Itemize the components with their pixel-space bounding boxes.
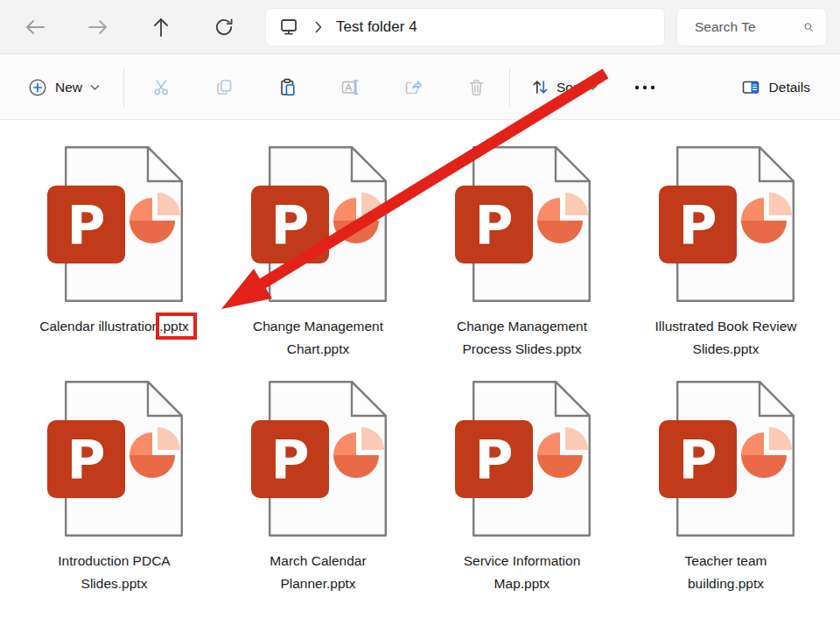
back-arrow-icon: [24, 18, 46, 37]
svg-text:P: P: [474, 429, 513, 490]
svg-text:P: P: [678, 429, 717, 490]
forward-arrow-icon: [87, 18, 109, 37]
file-name: Service InformationMap.pptx: [464, 550, 581, 595]
file-name: Introduction PDCASlides.pptx: [58, 550, 170, 595]
forward-button[interactable]: [80, 10, 116, 45]
powerpoint-file-icon: P: [46, 146, 183, 302]
powerpoint-file-icon: P: [658, 381, 794, 537]
toolbar-divider: [123, 68, 124, 107]
svg-text:P: P: [270, 194, 309, 256]
file-name: Teacher teambuilding.pptx: [685, 550, 767, 595]
file-name-text: Calendar illustration: [39, 319, 159, 334]
file-name-line: Slides.pptx: [655, 338, 797, 361]
cut-scissors-icon: [152, 78, 171, 96]
powerpoint-file-icon: P: [454, 381, 591, 537]
sort-button-label: Sort: [556, 80, 581, 95]
file-tile[interactable]: P Introduction PDCASlides.pptx: [12, 381, 216, 615]
up-button[interactable]: [144, 10, 178, 45]
file-name-line: Change Management: [253, 315, 383, 338]
details-button-label: Details: [769, 80, 810, 95]
files-grid: P Calendar illustration.pptx P Change Ma…: [12, 146, 828, 615]
powerpoint-file-icon: P: [250, 381, 387, 537]
copy-button[interactable]: [206, 70, 242, 105]
file-name-line: Introduction PDCA: [58, 550, 170, 572]
search-input[interactable]: [695, 19, 803, 35]
file-name-line: Illustrated Book Review: [655, 315, 797, 338]
ellipsis-icon: [634, 85, 655, 90]
search-box[interactable]: [676, 8, 827, 46]
refresh-button[interactable]: [206, 10, 242, 45]
share-button[interactable]: [396, 70, 430, 105]
sort-arrows-icon: [531, 78, 550, 96]
sort-button[interactable]: Sort: [522, 70, 606, 105]
search-icon[interactable]: [803, 18, 814, 36]
rename-button[interactable]: [332, 70, 368, 105]
file-name: March CalendarPlanner.pptx: [270, 550, 366, 595]
svg-text:P: P: [66, 194, 105, 256]
svg-text:P: P: [66, 429, 105, 490]
powerpoint-file-icon: P: [454, 146, 591, 302]
trash-icon: [467, 78, 486, 97]
file-name-line: Planner.pptx: [270, 572, 366, 595]
powerpoint-file-icon: P: [658, 146, 794, 302]
file-name: Calendar illustration.pptx: [39, 315, 189, 338]
file-name-line: Process Slides.pptx: [457, 338, 587, 361]
back-button[interactable]: [18, 10, 52, 45]
file-name: Change ManagementProcess Slides.pptx: [457, 315, 587, 361]
file-name-line: building.pptx: [685, 572, 767, 595]
details-button[interactable]: Details: [732, 70, 819, 105]
new-button-label: New: [55, 80, 82, 95]
cut-button[interactable]: [144, 70, 178, 105]
up-arrow-icon: [150, 16, 172, 39]
copy-icon: [215, 78, 234, 96]
navigation-bar: Test folder 4: [0, 0, 840, 54]
share-icon: [403, 78, 423, 96]
powerpoint-file-icon: P: [250, 146, 387, 302]
paste-clipboard-icon: [278, 78, 297, 96]
file-tile[interactable]: P Change ManagementChart.pptx: [216, 146, 420, 381]
file-explorer-window: Test folder 4 New: [0, 0, 840, 625]
command-toolbar: New: [0, 55, 840, 120]
refresh-icon: [214, 17, 234, 38]
new-button[interactable]: New: [19, 70, 108, 105]
sort-chevron-down-icon: [588, 84, 598, 91]
file-tile[interactable]: P Calendar illustration.pptx: [12, 146, 216, 381]
new-plus-icon: [28, 78, 47, 97]
annotation-highlight-box: .pptx: [159, 319, 189, 334]
file-name-line: Change Management: [457, 315, 587, 338]
file-tile[interactable]: P Teacher teambuilding.pptx: [624, 381, 828, 615]
rename-icon: [340, 78, 360, 96]
address-bar[interactable]: Test folder 4: [265, 8, 665, 46]
file-name: Illustrated Book ReviewSlides.pptx: [655, 315, 797, 361]
delete-button[interactable]: [458, 70, 494, 105]
file-name: Change ManagementChart.pptx: [253, 315, 383, 361]
file-name-line: Service Information: [464, 550, 581, 572]
toolbar-divider: [509, 68, 510, 107]
svg-text:P: P: [270, 429, 309, 490]
more-options-button[interactable]: [627, 70, 662, 105]
file-name-line: Teacher team: [685, 550, 767, 572]
file-name-line: Chart.pptx: [253, 338, 383, 361]
file-name-line: Slides.pptx: [58, 572, 170, 595]
folder-content-area: P Calendar illustration.pptx P Change Ma…: [0, 121, 840, 625]
file-tile[interactable]: P Change ManagementProcess Slides.pptx: [420, 146, 624, 381]
file-tile[interactable]: P Illustrated Book ReviewSlides.pptx: [624, 146, 828, 381]
svg-text:P: P: [474, 194, 513, 256]
file-name-line: March Calendar: [270, 550, 366, 572]
breadcrumb-location[interactable]: Test folder 4: [336, 18, 417, 36]
breadcrumb-chevron-icon: [315, 21, 322, 33]
file-name-line: Map.pptx: [464, 572, 581, 595]
details-pane-icon: [741, 78, 760, 96]
paste-button[interactable]: [270, 70, 304, 105]
new-chevron-down-icon: [90, 84, 100, 91]
this-pc-icon: [278, 18, 299, 37]
file-tile[interactable]: P Service InformationMap.pptx: [420, 381, 624, 615]
powerpoint-file-icon: P: [46, 381, 183, 537]
file-name-line: Calendar illustration.pptx: [39, 315, 189, 338]
file-tile[interactable]: P March CalendarPlanner.pptx: [216, 381, 420, 615]
svg-text:P: P: [678, 194, 717, 256]
